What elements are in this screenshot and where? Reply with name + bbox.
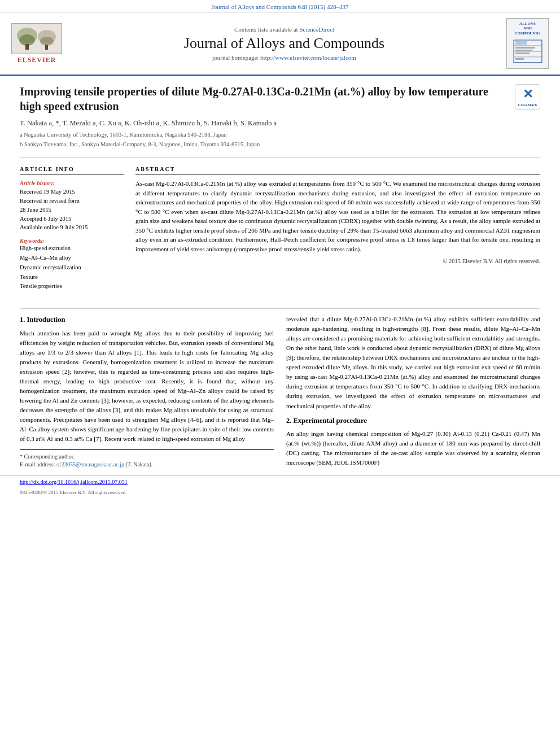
keywords-label: Keywords: — [20, 238, 124, 244]
body-section: 1. Introduction Much attention has been … — [0, 314, 560, 472]
accepted-date: Accepted 6 July 2015 — [20, 215, 124, 224]
sciencedirect-anchor[interactable]: ScienceDirect — [299, 26, 334, 33]
doi-link[interactable]: http://dx.doi.org/10.1016/j.jallcom.2015… — [20, 479, 128, 485]
article-history: Article history: Received 19 May 2015 Re… — [20, 179, 124, 232]
keyword-4: Texture — [20, 273, 124, 282]
email-name: (T. Nakata). — [126, 461, 153, 468]
intro-text: Much attention has been paid to wrought … — [20, 329, 274, 444]
received-date: Received 19 May 2015 — [20, 187, 124, 196]
paper-title: Improving tensile properties of dilute M… — [20, 84, 506, 113]
svg-rect-6 — [45, 45, 48, 50]
copyright: © 2015 Elsevier B.V. All rights reserved… — [135, 258, 540, 264]
intro-title: 1. Introduction — [20, 314, 274, 325]
journal-citation: Journal of Alloys and Compounds 648 (201… — [0, 0, 560, 12]
svg-rect-15 — [515, 53, 530, 54]
body-right-col: revealed that a dilute Mg-0.27Al-0.13Ca-… — [286, 314, 540, 472]
experimental-title: 2. Experimental procedure — [286, 416, 540, 426]
article-info-heading: ARTICLE INFO — [20, 166, 124, 174]
revised-label: Received in revised form — [20, 196, 124, 206]
revised-date: 28 June 2015 — [20, 206, 124, 215]
keyword-2: Mg–Al–Ca–Mn alloy — [20, 254, 124, 263]
svg-rect-16 — [515, 58, 524, 60]
intro-right-text: revealed that a dilute Mg-0.27Al-0.13Ca-… — [286, 314, 540, 410]
paper-title-area: Improving tensile properties of dilute M… — [20, 84, 540, 113]
affiliations: a Nagaoka University of Technology, 1603… — [20, 131, 540, 148]
elsevier-logo: ELSEVIER — [11, 23, 62, 64]
abstract-col: ABSTRACT As-cast Mg-0.27Al-0.13Ca-0.21Mn… — [135, 166, 540, 291]
paper-content: Improving tensile properties of dilute M… — [0, 76, 560, 303]
email-link[interactable]: s123055@stn.nagaokaut.ac.jp — [56, 461, 124, 468]
crossmark-badge: ✕ CrossMark — [515, 84, 540, 110]
content-divider — [20, 308, 540, 309]
svg-rect-14 — [515, 50, 532, 51]
section-divider — [20, 157, 540, 158]
journal-center: Contents lists available at ScienceDirec… — [62, 26, 506, 61]
elsevier-graphic — [11, 23, 62, 54]
sciencedirect-link: Contents lists available at ScienceDirec… — [62, 26, 506, 33]
journal-right-logo: ALLOYS AND COMPOUNDS — [506, 18, 549, 69]
affiliation-a: a Nagaoka University of Technology, 1603… — [20, 131, 540, 139]
article-info-col: ARTICLE INFO Article history: Received 1… — [20, 166, 124, 291]
svg-rect-12 — [515, 41, 527, 45]
abstract-text: As-cast Mg-0.27Al-0.13Ca-0.21Mn (at.%) a… — [135, 179, 540, 254]
email-label: E-mail address: — [20, 461, 55, 468]
available-date: Available online 9 July 2015 — [20, 223, 124, 232]
body-left-col: 1. Introduction Much attention has been … — [20, 314, 274, 472]
doi-section: http://dx.doi.org/10.1016/j.jallcom.2015… — [0, 475, 560, 488]
email-note: E-mail address: s123055@stn.nagaokaut.ac… — [20, 461, 274, 469]
page-footer: 0925-8388/© 2015 Elsevier B.V. All right… — [0, 488, 560, 497]
svg-point-5 — [40, 37, 54, 46]
homepage-url[interactable]: http://www.elsevier.com/locate/jalcom — [260, 54, 356, 61]
authors: T. Nakata a, *, T. Mezaki a, C. Xu a, K.… — [20, 119, 540, 128]
journal-header: ELSEVIER Contents lists available at Sci… — [0, 12, 560, 76]
svg-rect-13 — [515, 47, 535, 49]
keyword-1: High-speed extrusion — [20, 244, 124, 254]
corresponding-author-note: * Corresponding author. — [20, 453, 274, 461]
keywords-section: Keywords: High-speed extrusion Mg–Al–Ca–… — [20, 238, 124, 291]
affiliation-b: b Sankyo Tateyama, Inc., Sankyo Material… — [20, 141, 540, 149]
abstract-heading: ABSTRACT — [135, 166, 540, 174]
experimental-text: An alloy ingot having chemical compositi… — [286, 429, 540, 468]
svg-rect-3 — [25, 44, 29, 50]
footnote-section: * Corresponding author. E-mail address: … — [20, 449, 274, 469]
keyword-5: Tensile properties — [20, 282, 124, 291]
history-label: Article history: — [20, 179, 124, 187]
info-abstract-section: ARTICLE INFO Article history: Received 1… — [20, 166, 540, 291]
journal-homepage: journal homepage: http://www.elsevier.co… — [62, 54, 506, 61]
keyword-3: Dynamic recrystallization — [20, 263, 124, 273]
journal-title: Journal of Alloys and Compounds — [62, 35, 506, 52]
elsevier-brand: ELSEVIER — [18, 56, 56, 64]
